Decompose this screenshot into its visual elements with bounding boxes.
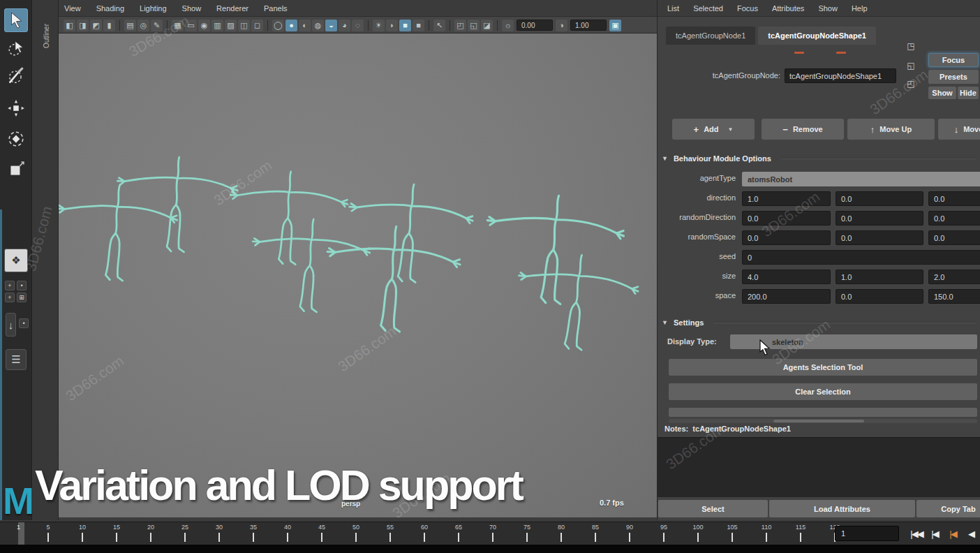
outliner-layout[interactable]: ☰: [6, 349, 27, 370]
space-z-field[interactable]: 150.0: [928, 289, 980, 304]
scene-capture-icon[interactable]: ◱: [468, 20, 480, 31]
play-backwards-button[interactable]: ◀: [963, 525, 979, 542]
size-y-field[interactable]: 1.0: [836, 270, 923, 284]
shadows-icon[interactable]: ◒: [325, 20, 337, 31]
time-slider[interactable]: 1 51015202530354045505560657075808590951…: [0, 522, 980, 545]
object-selection-icon[interactable]: ↖: [433, 20, 445, 31]
grid-icon[interactable]: ▦: [172, 20, 184, 31]
menu-view[interactable]: View: [64, 4, 81, 13]
add-button[interactable]: + Add ▼: [672, 119, 755, 140]
agenttype-dropdown[interactable]: atomsRobot: [742, 172, 980, 186]
notes-textarea[interactable]: [658, 437, 980, 497]
remove-button[interactable]: − Remove: [762, 119, 844, 140]
safe-action-icon[interactable]: ◫: [238, 20, 250, 31]
clipped-button[interactable]: [669, 408, 977, 417]
size-x-field[interactable]: 4.0: [742, 270, 831, 284]
step-back-key-button[interactable]: |◀: [927, 525, 942, 542]
four-pane-layout-a[interactable]: +: [5, 281, 15, 290]
node-name-field[interactable]: tcAgentGroupNodeShape1: [785, 68, 896, 83]
randomdirection-y-field[interactable]: 0.0: [836, 211, 923, 226]
exposure-field[interactable]: 0.00: [517, 20, 553, 31]
scrollbar-thumb[interactable]: [773, 420, 864, 422]
hide-button[interactable]: Hide: [958, 87, 979, 99]
section-behaviour-module-options[interactable]: ▼ Behaviour Module Options: [662, 152, 977, 165]
current-frame-field[interactable]: 1: [835, 526, 899, 541]
camera-mask-icon[interactable]: ◪: [481, 20, 493, 31]
menu-focus[interactable]: Focus: [737, 4, 758, 13]
bookmark-icon[interactable]: ▮: [103, 20, 115, 31]
hierarchy-icon[interactable]: ◰: [905, 78, 917, 89]
four-pane-layout-d[interactable]: ⊞: [17, 293, 27, 302]
outliner-collapsed-panel[interactable]: Outliner: [33, 0, 59, 520]
grease-pencil-icon[interactable]: ✎: [151, 20, 163, 31]
menu-lighting[interactable]: Lighting: [140, 4, 167, 13]
move-up-button[interactable]: ↑ Move Up: [847, 119, 935, 140]
four-pane-layout-b[interactable]: •: [17, 281, 27, 290]
menu-selected[interactable]: Selected: [693, 4, 723, 13]
tab-tcagentgroupnode1[interactable]: tcAgentGroupNode1: [666, 27, 755, 45]
snapshot-icon[interactable]: ◰: [454, 20, 466, 31]
lasso-tool[interactable]: [4, 36, 28, 60]
image-plane-icon[interactable]: ▤: [124, 20, 136, 31]
horizontal-scrollbar[interactable]: [669, 419, 977, 423]
menu-attributes[interactable]: Attributes: [772, 4, 804, 13]
randomdirection-z-field[interactable]: 0.0: [928, 211, 980, 226]
seed-field[interactable]: 0: [742, 250, 980, 265]
gamma-field[interactable]: 1.00: [570, 20, 607, 31]
view-transform-icon[interactable]: ▣: [609, 20, 621, 31]
lighting-icon[interactable]: ◍: [312, 20, 324, 31]
resolution-gate-icon[interactable]: ◉: [198, 20, 210, 31]
move-tool[interactable]: [4, 96, 28, 120]
paint-select-tool[interactable]: [4, 64, 28, 88]
menu-show[interactable]: Show: [818, 4, 838, 13]
copy-tab-button[interactable]: Copy Tab: [916, 500, 980, 517]
select-tool[interactable]: [4, 8, 28, 32]
shadow-toggle-icon[interactable]: ■: [399, 20, 411, 31]
menu-list[interactable]: List: [667, 4, 679, 13]
motion-blur-icon[interactable]: ◌: [352, 20, 364, 31]
gate-mask-icon[interactable]: ▥: [211, 20, 223, 31]
safe-title-icon[interactable]: ◻: [251, 20, 263, 31]
ao-toggle-icon[interactable]: ■: [413, 20, 424, 31]
spot-light-icon[interactable]: ◗: [386, 20, 398, 31]
field-chart-icon[interactable]: ▨: [225, 20, 237, 31]
camera-attributes-icon[interactable]: ◩: [90, 20, 102, 31]
agents-selection-tool-button[interactable]: Agents Selection Tool: [669, 359, 977, 376]
single-pane-layout[interactable]: ❖: [4, 249, 28, 272]
wireframe-icon[interactable]: ◯: [272, 20, 284, 31]
scale-tool[interactable]: [4, 158, 28, 182]
film-gate-icon[interactable]: ▭: [185, 20, 197, 31]
go-to-start-button[interactable]: |◀◀: [909, 525, 924, 542]
size-z-field[interactable]: 2.0: [928, 270, 980, 284]
textured-icon[interactable]: ◐: [299, 20, 311, 31]
step-back-frame-button[interactable]: |◀: [945, 525, 960, 542]
section-settings[interactable]: ▼ Settings: [662, 316, 977, 329]
tab-tcagentgroupnodeshape1[interactable]: tcAgentGroupNodeShape1: [758, 27, 876, 45]
two-d-pan-zoom-icon[interactable]: ◎: [138, 20, 149, 31]
menu-renderer[interactable]: Renderer: [216, 4, 248, 13]
space-y-field[interactable]: 0.0: [836, 289, 923, 304]
presets-button[interactable]: Presets: [928, 70, 979, 84]
menu-help[interactable]: Help: [852, 4, 868, 13]
direction-y-field[interactable]: 0.0: [836, 191, 923, 206]
smooth-shade-icon[interactable]: ●: [285, 20, 297, 31]
menu-show[interactable]: Show: [182, 4, 202, 13]
randomspace-y-field[interactable]: 0.0: [836, 230, 923, 245]
space-x-field[interactable]: 200.0: [742, 289, 831, 304]
gamma-icon[interactable]: ◑: [556, 20, 567, 31]
randomspace-x-field[interactable]: 0.0: [742, 230, 831, 245]
randomspace-z-field[interactable]: 0.0: [928, 230, 980, 245]
pane-dot-button[interactable]: •: [19, 318, 29, 328]
direction-z-field[interactable]: 0.0: [928, 191, 980, 206]
output-connections-icon[interactable]: ◱: [905, 60, 917, 71]
menu-shading[interactable]: Shading: [96, 4, 124, 13]
four-pane-layout-c[interactable]: +: [5, 293, 15, 302]
rotate-tool[interactable]: [4, 127, 28, 151]
focus-button[interactable]: Focus: [928, 53, 979, 67]
two-pane-layout[interactable]: ↓: [6, 313, 16, 337]
direction-x-field[interactable]: 1.0: [742, 191, 831, 206]
lock-camera-icon[interactable]: ◨: [77, 20, 89, 31]
occlusion-icon[interactable]: ◕: [339, 20, 350, 31]
input-connections-icon[interactable]: ◳: [905, 40, 917, 52]
show-button[interactable]: Show: [928, 87, 956, 99]
